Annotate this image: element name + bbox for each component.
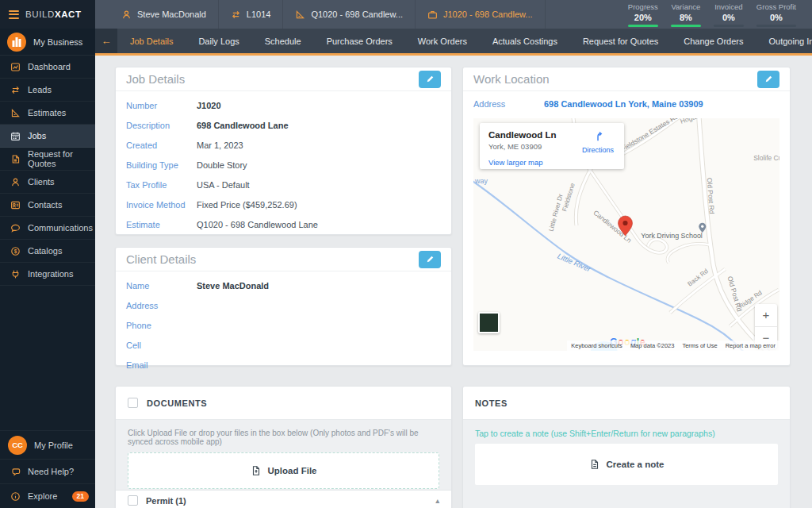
sidebar-item-my-profile[interactable]: CC My Profile	[0, 430, 95, 459]
field-label: Cell	[126, 341, 197, 350]
sidebar-item-label: Request for Quotes	[28, 149, 95, 168]
directions-button[interactable]: Directions	[578, 130, 618, 154]
address-link[interactable]: 698 Candlewood Ln York, Maine 03909	[544, 99, 703, 109]
back-arrow-icon: ←	[102, 35, 112, 47]
tab-change-orders[interactable]: Change Orders	[671, 29, 756, 53]
create-note-button[interactable]: Create a note	[475, 444, 778, 485]
view-larger-map-link[interactable]: View larger map	[488, 158, 615, 167]
dashboard-chart-icon	[10, 62, 21, 72]
sidebar-item-catalogs[interactable]: $ Catalogs	[0, 240, 95, 263]
tab-outgoing-invoices[interactable]: Outgoing Invoices	[756, 29, 812, 53]
job-detail-row: Tax ProfileUSA - Default	[116, 175, 451, 194]
field-value: Steve MacDonald	[197, 281, 269, 291]
back-arrow-button[interactable]: ←	[95, 29, 117, 56]
sidebar-item-leads[interactable]: Leads	[0, 79, 95, 102]
client-detail-row: Email	[116, 355, 451, 375]
field-value: Double Story	[197, 160, 247, 170]
sidebar-item-clients[interactable]: Clients	[0, 171, 95, 194]
sidebar-item-estimates[interactable]: Estimates	[0, 102, 95, 125]
documents-select-all-checkbox[interactable]	[128, 398, 138, 408]
work-location-title: Work Location	[473, 72, 550, 86]
field-value: J1020	[197, 101, 221, 110]
context-tab-label: Steve MacDonald	[137, 10, 206, 19]
sidebar-item-jobs[interactable]: Jobs	[0, 125, 95, 148]
sidebar-item-request-for-quotes[interactable]: Request for Quotes	[0, 148, 95, 171]
buildxact-logo-icon	[6, 32, 27, 52]
context-tab-estimate[interactable]: Q1020 - 698 Candlew...	[283, 0, 416, 29]
edit-client-details-button[interactable]	[419, 251, 441, 268]
permit-checkbox[interactable]	[128, 495, 138, 506]
context-tab-label: J1020 - 698 Candlew...	[443, 10, 533, 19]
edit-job-details-button[interactable]	[419, 71, 441, 88]
field-label: Address	[473, 99, 544, 109]
svg-text:$: $	[14, 248, 17, 254]
sidebar-item-label: Estimates	[28, 108, 66, 117]
sidebar-item-explore[interactable]: Explore 21	[0, 483, 95, 508]
menu-icon[interactable]	[9, 10, 19, 19]
estimates-set-square-icon	[10, 108, 21, 118]
stat-gross-profit: Gross Profit 0%	[756, 2, 796, 27]
document-group-permit[interactable]: Permit (1) ▴	[116, 490, 451, 508]
map-label-slolife: Slolife Cu	[753, 154, 779, 162]
edit-work-location-button[interactable]	[757, 71, 779, 88]
catalogs-dollar-icon: $	[10, 246, 21, 256]
sidebar-item-label: Jobs	[28, 131, 46, 140]
sidebar-item-need-help[interactable]: Need Help?	[0, 459, 95, 483]
work-location-card: Work Location Address 698 Candlewood Ln …	[462, 67, 791, 366]
sidebar-item-my-business[interactable]: My Business	[0, 29, 95, 56]
tab-request-for-quotes[interactable]: Request for Quotes	[570, 29, 671, 53]
documents-title: DOCUMENTS	[147, 398, 207, 408]
zoom-in-button[interactable]: +	[755, 304, 777, 327]
address-row: Address 698 Candlewood Ln York, Maine 03…	[463, 91, 790, 117]
clients-person-icon	[10, 177, 21, 187]
sidebar-item-label: Catalogs	[28, 246, 62, 256]
map[interactable]: way Hogan Slolife Cu Fieldstone Estates …	[473, 118, 779, 351]
upload-file-button[interactable]: Upload File	[128, 452, 439, 489]
job-detail-row: Invoice MethodFixed Price ($459,252.69)	[116, 194, 451, 214]
info-circle-icon	[10, 491, 21, 502]
field-value: Fixed Price ($459,252.69)	[197, 200, 297, 210]
field-label: Name	[126, 281, 197, 291]
briefcase-icon	[427, 10, 438, 20]
client-details-title: Client Details	[126, 252, 196, 266]
tab-work-orders[interactable]: Work Orders	[405, 29, 480, 53]
directions-label: Directions	[578, 146, 618, 154]
job-tabs: Job Details Daily Logs Schedule Purchase…	[117, 29, 812, 56]
sidebar-item-communications[interactable]: Communications	[0, 217, 95, 240]
stat-value: 8%	[680, 13, 692, 22]
sidebar-item-label: My Business	[33, 37, 82, 47]
context-tab-client[interactable]: Steve MacDonald	[109, 0, 219, 29]
satellite-toggle[interactable]	[478, 312, 500, 333]
contacts-card-icon	[10, 200, 21, 210]
tab-schedule[interactable]: Schedule	[252, 29, 314, 53]
terms-of-use-link[interactable]: Terms of Use	[682, 342, 717, 349]
sidebar-item-integrations[interactable]: Integrations	[0, 263, 95, 286]
sidebar-item-label: Contacts	[28, 200, 62, 210]
field-value: USA - Default	[197, 180, 250, 190]
map-data-text: Map data ©2023	[630, 342, 675, 349]
tab-job-details[interactable]: Job Details	[117, 29, 186, 53]
pencil-icon	[426, 75, 435, 83]
tab-purchase-orders[interactable]: Purchase Orders	[314, 29, 405, 53]
context-tab-job[interactable]: J1020 - 698 Candlew...	[416, 0, 546, 29]
context-tab-lead[interactable]: L1014	[219, 0, 284, 29]
collapse-caret-icon[interactable]: ▴	[435, 497, 439, 505]
notes-card: NOTES Tap to create a note (use Shift+En…	[462, 386, 791, 508]
sidebar-item-contacts[interactable]: Contacts	[0, 194, 95, 217]
report-map-error-link[interactable]: Report a map error	[726, 342, 776, 349]
sidebar-item-dashboard[interactable]: Dashboard	[0, 56, 95, 79]
keyboard-shortcuts-link[interactable]: Keyboard shortcuts	[571, 342, 622, 349]
field-label: Tax Profile	[126, 180, 197, 190]
sidebar-item-label: Dashboard	[28, 62, 71, 71]
create-note-label: Create a note	[607, 460, 665, 469]
field-label: Phone	[126, 321, 197, 330]
sidebar-spacer	[0, 286, 95, 430]
job-detail-row: Building TypeDouble Story	[116, 155, 451, 175]
context-tab-label: L1014	[247, 10, 271, 19]
app-logo[interactable]: BUILDXACT	[0, 0, 95, 29]
stat-value: 20%	[634, 13, 652, 22]
field-label: Number	[126, 101, 197, 110]
tab-actuals-costings[interactable]: Actuals Costings	[480, 29, 570, 53]
map-info-window: Candlewood Ln York, ME 03909 View larger…	[480, 123, 624, 169]
tab-daily-logs[interactable]: Daily Logs	[186, 29, 251, 53]
